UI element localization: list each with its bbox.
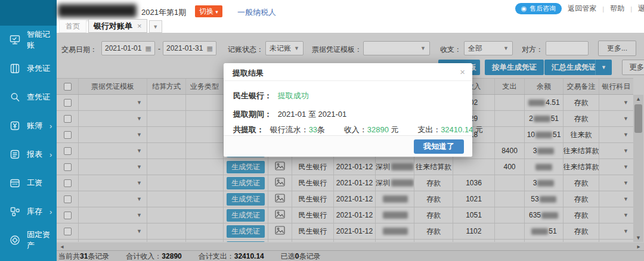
- divider: |: [630, 5, 632, 13]
- sidebar-item-salary[interactable]: 工资: [0, 169, 57, 197]
- sidebar-item-fixed-assets[interactable]: 固定资产: [0, 226, 57, 254]
- sidebar-item-label: 库存: [27, 206, 42, 217]
- main-content: 交易日期： 2021-01-01▦ - 2021-01-31▦ 记账状态： 未记…: [57, 33, 644, 261]
- sidebar-item-label: 固定资产: [27, 229, 57, 251]
- tab-label: 银行对账单: [94, 21, 132, 32]
- expense-total: 32410.14: [441, 125, 473, 134]
- taxpayer-type-link[interactable]: 一般纳税人: [237, 7, 276, 18]
- sidebar-item-reports[interactable]: 报表 ›: [0, 140, 57, 169]
- bank-status-row: 民生银行： 提取成功: [233, 91, 309, 101]
- after-sales-support-button[interactable]: ◉ 售后咨询: [515, 3, 562, 14]
- extract-success-status: 提取成功: [278, 91, 309, 100]
- flow-count: 33: [309, 125, 317, 134]
- sidebar-item-voucher-search[interactable]: 查凭证: [0, 83, 57, 111]
- top-header: 2021年第1期 切换 ▾ 一般纳税人 ◉ 售后咨询 返回管家 | 帮助 | 退…: [57, 0, 644, 33]
- sidebar-item-label: 账簿: [27, 120, 42, 131]
- logout-link[interactable]: 退出: [638, 4, 644, 14]
- sidebar-item-label: 查凭证: [27, 92, 50, 102]
- chevron-right-icon: ›: [49, 207, 52, 216]
- sidebar-item-label: 录凭证: [27, 63, 50, 74]
- close-icon[interactable]: ×: [460, 67, 465, 77]
- chevron-right-icon: ›: [49, 150, 52, 159]
- divider: [224, 80, 472, 81]
- ledger-icon: [8, 120, 21, 132]
- tab-bank-statement[interactable]: 银行对账单 ×: [88, 19, 147, 33]
- tab-bar: 首页 银行对账单 × ▼: [57, 19, 162, 33]
- chevron-down-icon: ▼: [153, 24, 158, 30]
- extract-period-row: 提取期间： 2021-01 至 2021-01: [233, 109, 346, 120]
- modal-footer: 我知道了: [224, 135, 472, 157]
- sidebar-item-label: 报表: [27, 149, 42, 160]
- accounting-period: 2021年第1期: [141, 7, 186, 18]
- tab-list-dropdown[interactable]: ▼: [149, 20, 162, 33]
- sidebar-logo-area: [0, 0, 57, 26]
- report-icon: [8, 148, 21, 160]
- sidebar-item-inventory[interactable]: 库存 ›: [0, 197, 57, 226]
- voucher-entry-icon: [8, 63, 21, 74]
- chevron-right-icon: ›: [49, 122, 52, 130]
- tab-home[interactable]: 首页: [59, 20, 86, 33]
- back-to-manager-link[interactable]: 返回管家: [568, 4, 596, 14]
- divider: |: [602, 5, 604, 13]
- header-right-nav: ◉ 售后咨询 返回管家 | 帮助 | 退出: [515, 3, 644, 14]
- chevron-down-icon: ▾: [215, 9, 218, 15]
- smart-accounting-icon: [8, 34, 21, 46]
- close-icon[interactable]: ×: [137, 21, 142, 30]
- salary-icon: [8, 177, 21, 189]
- sidebar-item-label: 工资: [27, 178, 42, 188]
- income-total: 32890: [367, 125, 389, 134]
- extract-total-row: 共提取： 银行流水：33条 收入：32890 元 支出：32410.14 元: [233, 125, 483, 135]
- headset-icon: ◉: [521, 5, 527, 13]
- sidebar: 智能记账 录凭证 查凭证 账簿 ›: [0, 0, 57, 261]
- modal-title: 提取结果: [233, 68, 264, 79]
- inventory-icon: [8, 206, 21, 218]
- sidebar-item-label: 智能记账: [27, 29, 57, 51]
- sidebar-item-ledger[interactable]: 账簿 ›: [0, 111, 57, 140]
- app-window: 智能记账 录凭证 查凭证 账簿 ›: [0, 0, 644, 261]
- switch-period-button[interactable]: 切换 ▾: [195, 5, 222, 17]
- sidebar-item-smart-accounting[interactable]: 智能记账: [0, 26, 57, 54]
- sidebar-menu: 智能记账 录凭证 查凭证 账簿 ›: [0, 26, 57, 254]
- voucher-search-icon: [8, 91, 21, 103]
- help-link[interactable]: 帮助: [610, 4, 624, 14]
- fixed-asset-icon: [8, 234, 21, 246]
- extract-result-modal: 提取结果 × 民生银行： 提取成功 提取期间： 2021-01 至 2021-0…: [224, 63, 472, 157]
- confirm-button[interactable]: 我知道了: [414, 139, 464, 154]
- sidebar-item-voucher-entry[interactable]: 录凭证: [0, 54, 57, 83]
- company-name-redacted: [58, 4, 137, 17]
